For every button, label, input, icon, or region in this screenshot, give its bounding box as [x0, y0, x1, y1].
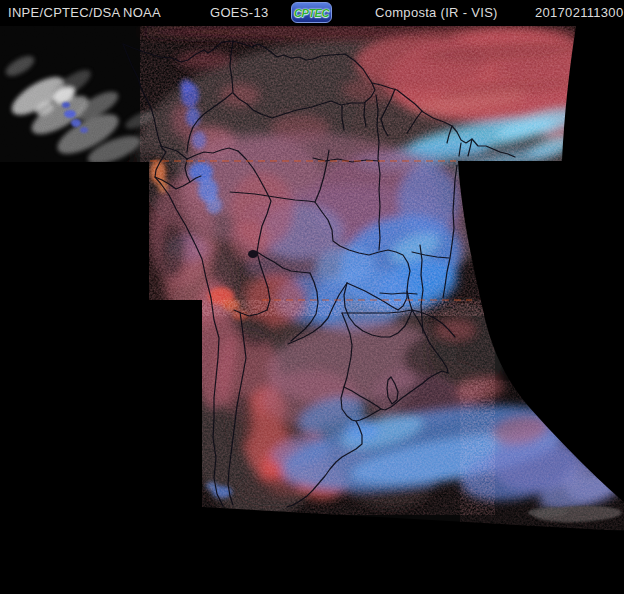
network-label: NOAA — [123, 6, 161, 20]
cptec-logo-icon: CPTEC — [291, 2, 332, 23]
agency-label: INPE/CPTEC/DSA — [8, 6, 121, 20]
timestamp-label: 201702111300 — [535, 6, 623, 20]
satellite-product-screen: INPE/CPTEC/DSA NOAA GOES-13 CPTEC Compos… — [0, 0, 624, 594]
header-bar: INPE/CPTEC/DSA NOAA GOES-13 CPTEC Compos… — [0, 0, 624, 26]
product-label: Composta (IR - VIS) — [375, 6, 498, 20]
satellite-composite-image — [0, 0, 624, 594]
satellite-label: GOES-13 — [210, 6, 268, 20]
cptec-logo-text: CPTEC — [294, 7, 329, 19]
